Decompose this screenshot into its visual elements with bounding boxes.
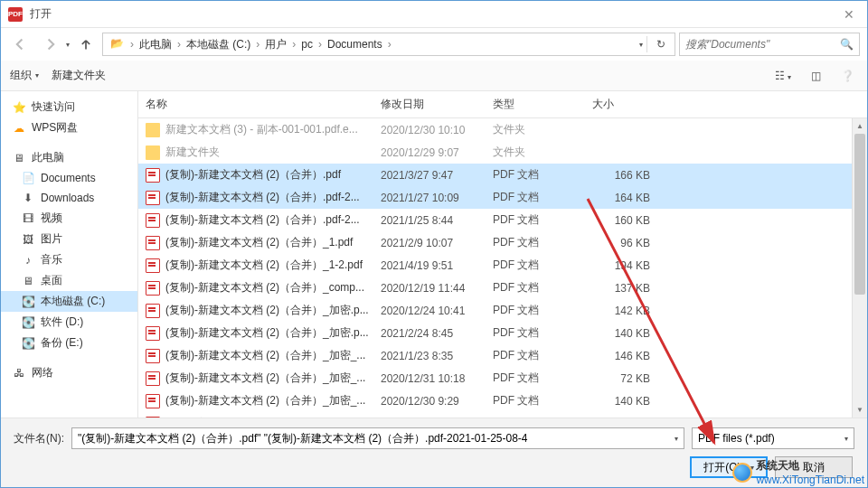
view-options-icon[interactable]: ☷ ▾ xyxy=(771,68,795,84)
bc-seg[interactable]: 用户 xyxy=(261,37,290,52)
path-dropdown-icon[interactable]: ▾ xyxy=(639,41,643,49)
sidebar-item[interactable]: 💽本地磁盘 (C:) xyxy=(1,291,137,312)
back-button[interactable] xyxy=(8,33,33,56)
file-name: (复制)-新建文本文档 (2)（合并）_comp... xyxy=(165,280,364,296)
file-date: 2021/1/27 10:09 xyxy=(373,190,486,206)
scroll-thumb[interactable] xyxy=(854,134,865,295)
file-row[interactable]: (复制)-新建文本文档 (2)（合并）_comp...2020/12/19 11… xyxy=(138,277,852,299)
scroll-track[interactable] xyxy=(853,134,867,402)
organize-menu[interactable]: 组织 ▾ xyxy=(10,68,39,83)
file-row[interactable]: (复制)-新建文本文档 (2)（合并）_加密.p...2021/2/24 8:4… xyxy=(138,322,852,344)
chevron-right-icon[interactable]: › xyxy=(254,38,261,51)
help-icon[interactable]: ❔ xyxy=(837,68,858,84)
file-name: (复制)-新建文本文档 (2)（合并）.pdf-2... xyxy=(165,212,360,228)
pdf-icon xyxy=(146,371,160,386)
chevron-right-icon[interactable]: › xyxy=(316,38,324,51)
sidebar-item[interactable]: ⭐快速访问 xyxy=(1,97,137,117)
file-row[interactable]: (复制)-新建文本文档 (2)（合并）_加密_...2020/12/30 9:2… xyxy=(138,389,852,412)
sidebar-icon: 🖼 xyxy=(21,232,35,247)
sidebar-item[interactable]: 🖧网络 xyxy=(1,362,137,383)
sidebar-label: 图片 xyxy=(41,231,62,247)
sidebar-item[interactable]: 🖼图片 xyxy=(1,229,137,249)
sidebar-item[interactable]: 📄Documents xyxy=(1,168,137,188)
sidebar-icon: 📄 xyxy=(21,171,35,185)
newfolder-button[interactable]: 新建文件夹 xyxy=(52,68,106,83)
sidebar-label: 本地磁盘 (C:) xyxy=(41,294,105,309)
filename-label: 文件名(N): xyxy=(14,431,64,446)
sidebar-label: 此电脑 xyxy=(32,150,64,165)
search-icon[interactable]: 🔍 xyxy=(840,38,854,51)
chevron-right-icon[interactable]: › xyxy=(290,38,297,51)
breadcrumb[interactable]: 📂 › 此电脑› 本地磁盘 (C:)› 用户› pc› Documents› ▾… xyxy=(102,33,675,56)
chevron-down-icon[interactable]: ▾ xyxy=(675,435,678,443)
file-name: 新建文本文档 (3) - 副本-001-001.pdf.e... xyxy=(165,122,358,137)
file-row[interactable]: (复制)-新建文本文档 (2)（合并）_1.pdf2021/2/9 10:07P… xyxy=(138,231,852,254)
file-row[interactable]: (复制)-新建文本文档 (2)（合并）_加密_...2020/12/31 10:… xyxy=(138,367,852,389)
bc-seg[interactable]: pc xyxy=(297,38,316,51)
file-size xyxy=(585,128,666,132)
refresh-icon[interactable]: ↻ xyxy=(651,38,671,51)
filetype-filter[interactable]: PDF files (*.pdf) ▾ xyxy=(692,427,854,449)
sidebar-item[interactable]: 🖥此电脑 xyxy=(1,147,137,168)
file-type: PDF 文档 xyxy=(486,188,585,207)
file-row[interactable]: (复制)-新建文本文档 (2)（合并）_1-2.pdf2021/4/19 9:5… xyxy=(138,254,852,277)
file-row[interactable]: 新建文件夹2020/12/29 9:07文件夹 xyxy=(138,141,852,164)
chevron-right-icon[interactable]: › xyxy=(175,38,183,51)
file-name: (复制)-新建文本文档 (2)（合并）.pdf xyxy=(165,167,341,183)
sidebar-item[interactable]: ☁WPS网盘 xyxy=(1,117,137,138)
file-row[interactable]: 新建文本文档 (3) - 副本-001-001.pdf.e...2020/12/… xyxy=(138,118,852,141)
close-icon[interactable]: ✕ xyxy=(838,7,860,22)
sidebar-label: 音乐 xyxy=(41,252,62,267)
file-date: 2020/12/30 9:29 xyxy=(373,393,486,409)
col-name[interactable]: 名称 xyxy=(138,91,373,117)
sidebar-icon: 💽 xyxy=(21,295,35,309)
col-type[interactable]: 类型 xyxy=(486,91,585,117)
sidebar-label: Downloads xyxy=(41,192,94,204)
filename-input[interactable] xyxy=(78,432,675,445)
sidebar-item[interactable]: 🎞视频 xyxy=(1,208,137,229)
file-size: 96 KB xyxy=(585,235,666,251)
toolbar: 组织 ▾ 新建文件夹 ☷ ▾ ◫ ❔ xyxy=(1,61,867,91)
open-dialog: PDF 打开 ✕ ▾ 📂 › 此电脑› 本地磁盘 (C:)› 用户› pc› D… xyxy=(0,0,868,488)
column-headers: 名称 修改日期 类型 大小 xyxy=(138,91,867,118)
scroll-down-icon[interactable]: ▼ xyxy=(853,402,867,418)
col-date[interactable]: 修改日期 xyxy=(373,91,486,117)
pdf-icon xyxy=(146,168,160,183)
file-row[interactable]: (复制)-新建文本文档 (2)（合并）.pdf2021/3/27 9:47PDF… xyxy=(138,164,852,186)
search-box[interactable]: 🔍 xyxy=(679,33,860,56)
pdf-icon xyxy=(146,281,160,296)
sidebar-item[interactable]: ⬇Downloads xyxy=(1,188,137,208)
search-input[interactable] xyxy=(685,38,840,51)
file-row[interactable]: (复制)-新建文本文档 (2)（合并）.pdf-2...2021/1/27 10… xyxy=(138,186,852,209)
sidebar-item[interactable]: 🖥桌面 xyxy=(1,270,137,291)
sidebar-icon: ⭐ xyxy=(12,100,26,115)
forward-button[interactable] xyxy=(37,33,62,56)
file-size: 160 KB xyxy=(585,212,666,229)
file-row[interactable]: (复制)-新建文本文档 (2)（合并）_加密_...2021/1/23 8:35… xyxy=(138,344,852,367)
file-type: PDF 文档 xyxy=(486,256,585,275)
up-button[interactable] xyxy=(73,33,99,56)
file-row[interactable]: (复制)-新建文本文档 (2)（合并）_加密.p...2020/12/24 10… xyxy=(138,299,852,322)
bc-seg[interactable]: Documents xyxy=(324,38,386,51)
file-name: (复制)-新建文本文档 (2)（合并）_1-2.pdf xyxy=(165,258,363,273)
sidebar-item[interactable]: 💽软件 (D:) xyxy=(1,312,137,333)
bc-seg[interactable]: 此电脑 xyxy=(136,37,175,52)
scrollbar[interactable]: ▲ ▼ xyxy=(852,118,867,418)
sidebar-icon: ♪ xyxy=(21,253,35,267)
preview-pane-icon[interactable]: ◫ xyxy=(807,68,825,84)
chevron-right-icon[interactable]: › xyxy=(386,38,393,51)
filename-combo[interactable]: ▾ xyxy=(71,427,684,449)
sidebar-item[interactable]: 💽备份 (E:) xyxy=(1,333,137,353)
bc-seg[interactable]: 本地磁盘 (C:) xyxy=(183,37,254,52)
col-size[interactable]: 大小 xyxy=(585,91,666,117)
chevron-right-icon[interactable]: › xyxy=(128,38,136,51)
sidebar-label: 桌面 xyxy=(41,273,62,288)
sidebar-label: 快速访问 xyxy=(32,99,75,115)
file-size: 146 KB xyxy=(585,348,666,364)
scroll-up-icon[interactable]: ▲ xyxy=(853,118,867,134)
sidebar-item[interactable]: ♪音乐 xyxy=(1,249,137,270)
file-row[interactable]: (复制)-新建文本文档 (2)（合并）.pdf-2...2021/1/25 8:… xyxy=(138,209,852,231)
history-dropdown-icon[interactable]: ▾ xyxy=(66,41,70,49)
file-size: 137 KB xyxy=(585,280,666,296)
chevron-down-icon: ▾ xyxy=(844,435,848,443)
